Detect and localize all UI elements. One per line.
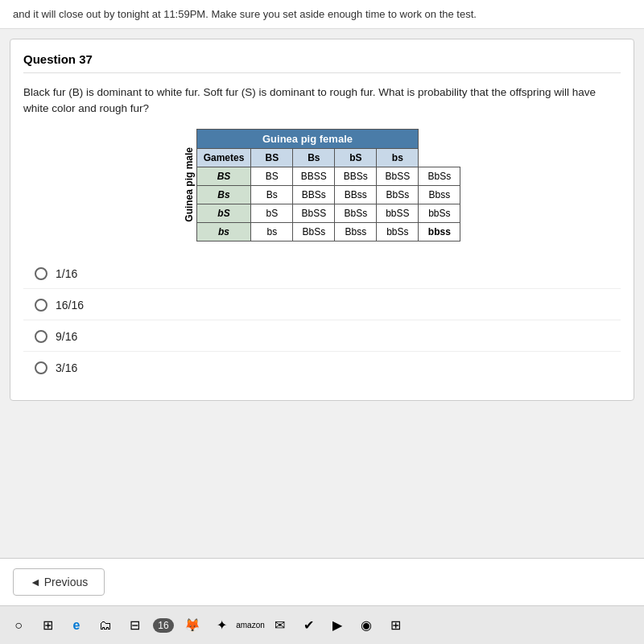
row-label-3: bs <box>196 222 251 241</box>
taskbar-store[interactable]: ⊟ <box>122 613 147 638</box>
option-4[interactable]: 3/16 <box>23 353 621 382</box>
row-label-0: BS <box>196 167 251 185</box>
taskbar-check[interactable]: ✔ <box>296 613 320 638</box>
taskbar-notification[interactable]: 16 <box>151 613 175 638</box>
taskbar-amazon[interactable]: amazon <box>238 613 262 638</box>
cell-3-1: BbSs <box>293 222 335 241</box>
col-bs-header: BS <box>251 148 293 167</box>
punnett-container: Guinea pig male Guinea pig female Gamete… <box>184 129 461 242</box>
row-label-1: Bs <box>196 185 251 204</box>
cell-1-1: BBSs <box>293 185 335 204</box>
taskbar-video[interactable]: ▶ <box>325 613 349 638</box>
question-text: Black fur (B) is dominant to white fur. … <box>23 85 621 118</box>
taskbar-outlook[interactable]: ✉ <box>267 613 291 638</box>
options-section: 1/16 16/16 9/16 3/16 <box>23 256 621 387</box>
cell-3-0: bs <box>251 222 293 241</box>
cell-0-0: BS <box>251 167 293 185</box>
cell-1-4: Bbss <box>419 185 460 204</box>
row-label-2: bS <box>196 204 251 222</box>
cell-0-3: BbSS <box>377 167 419 185</box>
radio-4[interactable] <box>35 361 47 374</box>
radio-3[interactable] <box>35 330 47 343</box>
option-4-label: 3/16 <box>56 361 77 374</box>
question-title: Question 37 <box>23 52 621 73</box>
punnett-table: Guinea pig female Gametes BS Bs bS bs BS… <box>196 129 461 242</box>
cell-1-3: BbSs <box>377 185 419 204</box>
cell-0-2: BBSs <box>335 167 377 185</box>
taskbar-grid[interactable]: ⊞ <box>35 613 60 638</box>
top-bar: and it will close out by tonight at 11:5… <box>0 0 644 29</box>
taskbar-apps[interactable]: ⊞ <box>383 613 407 638</box>
cell-3-3: bbSs <box>377 222 419 241</box>
radio-1[interactable] <box>35 267 47 280</box>
taskbar-chrome[interactable]: ◉ <box>354 613 378 638</box>
cell-0-1: BBSS <box>293 167 335 185</box>
cell-1-0: Bs <box>251 185 293 204</box>
col-bs3-header: bS <box>335 148 377 167</box>
bottom-bar: ◄ Previous <box>0 558 644 605</box>
col-bs2-header: Bs <box>293 148 335 167</box>
cell-2-0: bS <box>251 204 293 222</box>
male-label: Guinea pig male <box>184 147 195 222</box>
cell-2-3: bbSS <box>377 204 419 222</box>
taskbar-edge[interactable]: e <box>64 613 89 638</box>
taskbar-start[interactable]: ○ <box>6 613 31 638</box>
cell-1-2: BBss <box>335 185 377 204</box>
cell-2-2: BbSs <box>335 204 377 222</box>
cell-3-2: Bbss <box>335 222 377 241</box>
option-3[interactable]: 9/16 <box>23 322 621 352</box>
option-2-label: 16/16 <box>56 299 84 312</box>
cell-2-1: BbSS <box>293 204 335 222</box>
cell-2-4: bbSs <box>419 204 460 222</box>
taskbar-files[interactable]: 🗂 <box>93 613 118 638</box>
col-bs4-header: bs <box>377 148 419 167</box>
female-header: Guinea pig female <box>196 129 419 148</box>
main-content: Question 37 Black fur (B) is dominant to… <box>0 29 644 558</box>
option-1[interactable]: 1/16 <box>23 259 621 289</box>
taskbar: ○ ⊞ e 🗂 ⊟ 16 🦊 ✦ amazon ✉ ✔ ▶ ◉ ⊞ <box>0 605 644 644</box>
top-bar-text: and it will close out by tonight at 11:5… <box>13 8 477 20</box>
previous-button[interactable]: ◄ Previous <box>13 568 105 596</box>
table-wrapper: Guinea pig male Guinea pig female Gamete… <box>23 129 621 242</box>
option-2[interactable]: 16/16 <box>23 291 621 320</box>
taskbar-firefox[interactable]: 🦊 <box>180 613 204 638</box>
question-card: Question 37 Black fur (B) is dominant to… <box>10 39 634 401</box>
radio-2[interactable] <box>35 299 47 312</box>
option-1-label: 1/16 <box>56 267 77 280</box>
taskbar-dropbox[interactable]: ✦ <box>209 613 233 638</box>
gametes-header: Gametes <box>196 148 251 167</box>
cell-0-4: BbSs <box>419 167 460 185</box>
cell-3-4: bbss <box>419 222 460 241</box>
option-3-label: 9/16 <box>56 330 77 343</box>
